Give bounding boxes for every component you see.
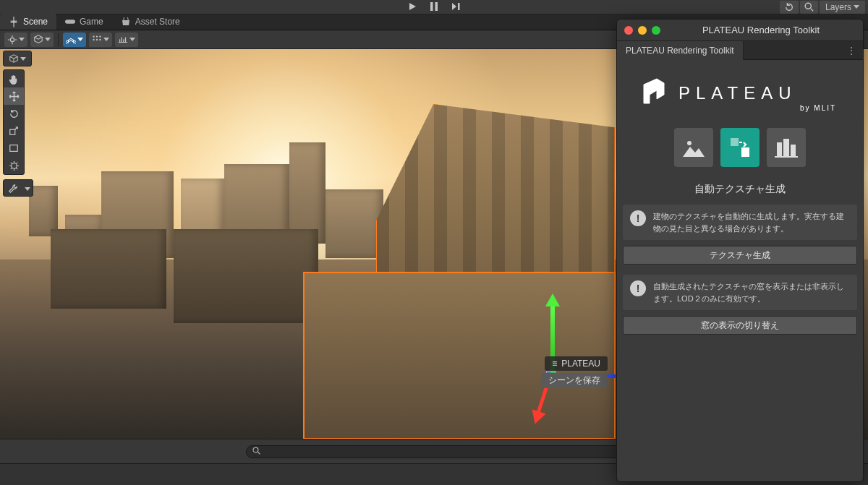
svg-point-10: [96, 38, 98, 40]
svg-rect-26: [746, 150, 748, 152]
pause-button[interactable]: [423, 0, 445, 13]
plateau-window-title: PLATEAU Rendering Toolkit: [666, 25, 856, 35]
toggle-window-display-button[interactable]: 窓の表示の切り替え: [623, 316, 857, 335]
selection-name-label: PLATEAU: [561, 359, 600, 369]
building: [289, 142, 326, 244]
info-icon: !: [630, 210, 646, 226]
generate-texture-button[interactable]: テクスチャ生成: [623, 246, 857, 265]
svg-point-5: [10, 38, 14, 41]
svg-rect-2: [458, 3, 460, 10]
search-text[interactable]: [265, 447, 616, 456]
scale-tool[interactable]: [4, 122, 24, 140]
svg-rect-27: [744, 153, 745, 155]
info-box-1: ! 建物のテクスチャを自動的に生成します。実在する建物の見た目と異なる場合があり…: [623, 205, 857, 240]
plateau-mode-toggles: [617, 124, 863, 179]
wrench-icon: [4, 180, 22, 197]
plateau-tab[interactable]: PLATEAU Rendering Toolkit: [617, 41, 744, 60]
search-icon: [252, 447, 260, 457]
snap-toggle[interactable]: [89, 33, 112, 47]
move-tool[interactable]: [4, 87, 24, 105]
plateau-logo: PLATEAU by MLIT: [617, 60, 863, 124]
search-input[interactable]: [246, 445, 622, 458]
tab-scene[interactable]: ╪ Scene: [0, 14, 56, 30]
asset-store-icon: [121, 17, 131, 26]
save-scene-button[interactable]: シーンを保存: [541, 373, 608, 388]
svg-rect-29: [777, 142, 782, 156]
scene-icon: ╪: [9, 17, 19, 27]
hand-tool[interactable]: [4, 70, 24, 87]
tab-scene-label: Scene: [23, 17, 48, 27]
selection-name-overlay: ≡ PLATEAU: [545, 356, 608, 371]
info-icon: !: [630, 280, 646, 296]
play-controls: [401, 0, 467, 14]
building: [51, 229, 166, 309]
building-mode-button[interactable]: [767, 128, 806, 167]
svg-point-17: [11, 163, 17, 168]
layers-dropdown[interactable]: Layers: [820, 1, 865, 14]
close-icon[interactable]: [624, 26, 633, 35]
svg-rect-16: [10, 145, 18, 152]
svg-point-8: [99, 35, 101, 37]
custom-tools-dropdown[interactable]: [3, 179, 33, 197]
view-cube-dropdown[interactable]: [3, 51, 32, 66]
svg-point-11: [99, 38, 101, 40]
tab-game[interactable]: Game: [56, 14, 112, 30]
svg-point-6: [93, 35, 94, 37]
selected-building-base[interactable]: [304, 272, 615, 439]
transform-tool[interactable]: [4, 157, 24, 174]
window-traffic-lights: [624, 26, 660, 35]
svg-point-22: [687, 141, 692, 145]
environment-mode-button[interactable]: [674, 128, 713, 167]
info-text-2: 自動生成されたテクスチャの窓を表示または非表示します。LOD２のみに有効です。: [653, 280, 850, 304]
info-box-2: ! 自動生成されたテクスチャの窓を表示または非表示します。LOD２のみに有効です…: [623, 275, 857, 310]
svg-rect-15: [10, 129, 15, 134]
plateau-context-menu-button[interactable]: ⋮: [840, 46, 863, 56]
plateau-tab-row: PLATEAU Rendering Toolkit ⋮: [617, 41, 863, 60]
rect-tool[interactable]: [4, 140, 24, 157]
info-text-1: 建物のテクスチャを自動的に生成します。実在する建物の見た目と異なる場合があります…: [653, 210, 850, 234]
svg-rect-23: [731, 139, 738, 145]
layers-label: Layers: [825, 2, 851, 12]
section-title: 自動テクスチャ生成: [617, 179, 863, 205]
pivot-mode-dropdown[interactable]: [4, 33, 27, 47]
building: [174, 229, 318, 323]
svg-rect-1: [435, 2, 438, 11]
rotate-tool[interactable]: [4, 105, 24, 122]
svg-text:PLATEAU: PLATEAU: [678, 83, 797, 103]
tab-asset-store-label: Asset Store: [135, 17, 180, 27]
svg-rect-31: [791, 145, 796, 156]
svg-point-18: [253, 447, 258, 452]
svg-point-7: [96, 35, 98, 37]
tab-asset-store[interactable]: Asset Store: [112, 14, 189, 30]
building: [326, 189, 383, 258]
minimize-icon[interactable]: [638, 26, 647, 35]
svg-text:by MLIT: by MLIT: [800, 104, 836, 112]
scene-tools: [3, 69, 25, 175]
global-search-button[interactable]: [800, 1, 818, 14]
hamburger-icon: ≡: [552, 359, 557, 369]
svg-rect-4: [65, 20, 75, 24]
main-toolbar: Layers: [0, 0, 868, 14]
grid-toggle[interactable]: [63, 33, 86, 47]
svg-point-3: [805, 3, 811, 9]
svg-point-9: [93, 38, 94, 40]
texture-mode-button[interactable]: [720, 128, 760, 167]
handle-rotation-dropdown[interactable]: [30, 33, 54, 47]
svg-rect-28: [746, 153, 748, 155]
tab-game-label: Game: [80, 17, 103, 27]
snap-increment-dropdown[interactable]: [115, 33, 138, 47]
undo-history-button[interactable]: [780, 1, 799, 14]
svg-rect-25: [744, 150, 745, 152]
maximize-icon[interactable]: [652, 26, 660, 35]
chevron-down-icon: [22, 180, 33, 197]
step-button[interactable]: [445, 0, 467, 13]
plateau-title-bar[interactable]: PLATEAU Rendering Toolkit: [617, 20, 863, 41]
gamepad-icon: [65, 18, 75, 25]
plateau-window[interactable]: PLATEAU Rendering Toolkit PLATEAU Render…: [616, 19, 864, 482]
svg-rect-30: [783, 139, 789, 156]
plateau-body: PLATEAU by MLIT 自動テクスチャ生成 ! 建物のテクスチャを自動的…: [617, 60, 863, 481]
play-button[interactable]: [401, 0, 423, 13]
svg-rect-0: [430, 2, 433, 11]
